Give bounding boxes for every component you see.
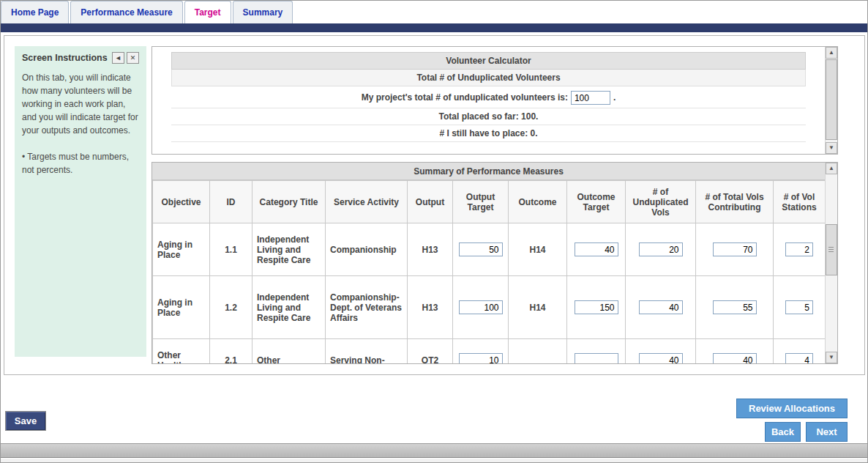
application-window: Home Page Performance Measure Target Sum…: [0, 0, 868, 463]
cell-category-title: Independent Living and Respite Care: [252, 276, 326, 339]
scroll-thumb-grip-icon: [828, 247, 834, 252]
screen-instructions-panel: Screen Instructions ◄ ✕ On this tab, you…: [15, 46, 146, 357]
cell-output: H13: [408, 276, 453, 339]
cell-category-title: Other: [252, 339, 326, 364]
left-arrow-icon: ◄: [115, 54, 121, 62]
instructions-prev-button[interactable]: ◄: [112, 52, 124, 64]
volunteer-calculator-content: Volunteer Calculator Total # of Unduplic…: [152, 47, 825, 154]
output-target-input[interactable]: [459, 242, 503, 256]
vol-stations-input[interactable]: [785, 353, 813, 363]
tab-performance-measure[interactable]: Performance Measure: [70, 1, 182, 23]
calculator-scrollbar[interactable]: ▲ ▼: [825, 47, 837, 154]
column-header-service-activity: Service Activity: [326, 181, 408, 223]
vol-stations-input[interactable]: [785, 242, 813, 256]
next-button[interactable]: Next: [806, 422, 848, 442]
cell-service-activity: Companionship: [326, 223, 408, 276]
instructions-note-text: • Targets must be numbers, not percents.: [22, 150, 139, 177]
table-row: Aging in Place 1.1 Independent Living an…: [153, 223, 826, 276]
cell-output: OT2: [408, 339, 453, 364]
unduplicated-vols-input[interactable]: [639, 300, 683, 314]
review-allocations-button[interactable]: Review Allocations: [736, 399, 848, 418]
cell-service-activity: Companionship-Dept. of Veterans Affairs: [326, 276, 408, 339]
total-placed-text: Total placed so far: 100.: [171, 108, 806, 125]
outcome-target-input[interactable]: [575, 300, 618, 314]
summary-scrollbar[interactable]: ▲ ▼: [825, 163, 837, 363]
tab-summary[interactable]: Summary: [233, 1, 293, 23]
calculator-scroll-thumb[interactable]: [826, 59, 837, 140]
cell-category-title: Independent Living and Respite Care: [252, 223, 326, 276]
cell-id: 1.1: [210, 223, 252, 276]
tab-home-page[interactable]: Home Page: [1, 1, 69, 23]
column-header-category-title: Category Title: [252, 181, 326, 223]
cell-id: 1.2: [210, 276, 252, 339]
window-bottom-strip: [1, 459, 867, 463]
vol-stations-input[interactable]: [785, 300, 813, 314]
content-frame: Screen Instructions ◄ ✕ On this tab, you…: [4, 35, 865, 375]
column-header-unduplicated-vols: # of Unduplicated Vols: [626, 181, 696, 223]
summary-scroll-down-button[interactable]: ▼: [826, 352, 837, 363]
column-header-id: ID: [210, 181, 252, 223]
calculator-scroll-down-button[interactable]: ▼: [826, 142, 837, 154]
output-target-input[interactable]: [459, 353, 503, 363]
screen-instructions-header: Screen Instructions ◄ ✕: [22, 52, 139, 64]
cell-objective: Other Healthy: [153, 339, 210, 364]
volunteer-calculator-panel: Volunteer Calculator Total # of Unduplic…: [151, 46, 838, 155]
still-to-place-text: # I still have to place: 0.: [171, 125, 806, 142]
performance-measures-table: Objective ID Category Title Service Acti…: [152, 180, 825, 363]
instructions-close-button[interactable]: ✕: [127, 52, 139, 64]
performance-measures-content: Summary of Performance Measures Objectiv…: [152, 163, 825, 363]
up-arrow-icon: ▲: [828, 165, 834, 171]
unduplicated-volunteers-label: My project's total # of unduplicated vol…: [362, 92, 568, 103]
back-button[interactable]: Back: [765, 422, 801, 442]
performance-measures-panel: Summary of Performance Measures Objectiv…: [151, 162, 838, 364]
total-vols-contributing-input[interactable]: [713, 300, 757, 314]
column-header-vol-stations: # of Vol Stations: [774, 181, 826, 223]
outcome-target-input[interactable]: [575, 242, 618, 256]
output-target-input[interactable]: [459, 300, 503, 314]
summary-scroll-thumb[interactable]: [826, 224, 837, 275]
status-bar: [1, 443, 867, 458]
cell-objective: Aging in Place: [153, 223, 210, 276]
cell-outcome: H14: [509, 223, 567, 276]
header-divider-bar: [1, 23, 867, 32]
column-header-outcome-target: Outcome Target: [567, 181, 626, 223]
total-vols-contributing-input[interactable]: [713, 353, 757, 363]
cell-output: H13: [408, 223, 453, 276]
table-row: Other Healthy 2.1 Other Serving Non- OT2: [153, 339, 826, 364]
column-header-outcome: Outcome: [509, 181, 567, 223]
down-arrow-icon: ▼: [828, 354, 834, 360]
table-header-row: Objective ID Category Title Service Acti…: [153, 181, 826, 223]
cell-id: 2.1: [210, 339, 252, 364]
unduplicated-volunteers-input[interactable]: [571, 91, 610, 105]
tab-bar: Home Page Performance Measure Target Sum…: [1, 1, 867, 23]
tab-target[interactable]: Target: [184, 1, 231, 23]
volunteer-calculator-title: Volunteer Calculator: [171, 52, 806, 70]
outcome-target-input[interactable]: [575, 353, 618, 363]
column-header-output: Output: [408, 181, 453, 223]
column-header-output-target: Output Target: [453, 181, 509, 223]
unduplicated-volunteers-row: My project's total # of unduplicated vol…: [171, 88, 806, 108]
screen-instructions-title: Screen Instructions: [22, 53, 110, 63]
close-icon: ✕: [130, 54, 136, 62]
cell-objective: Aging in Place: [153, 276, 210, 339]
summary-scroll-up-button[interactable]: ▲: [826, 163, 837, 174]
instructions-body-text: On this tab, you will indicate how many …: [22, 71, 139, 137]
up-arrow-icon: ▲: [828, 49, 834, 56]
calculator-scroll-up-button[interactable]: ▲: [826, 47, 837, 59]
cell-outcome: H14: [509, 276, 567, 339]
column-header-objective: Objective: [153, 181, 210, 223]
unduplicated-vols-input[interactable]: [639, 242, 683, 256]
column-header-total-vols-contributing: # of Total Vols Contributing: [696, 181, 774, 223]
cell-outcome: [509, 339, 567, 364]
save-button[interactable]: Save: [5, 411, 46, 431]
down-arrow-icon: ▼: [828, 144, 834, 151]
unduplicated-vols-input[interactable]: [639, 353, 683, 363]
table-row: Aging in Place 1.2 Independent Living an…: [153, 276, 826, 339]
performance-measures-title: Summary of Performance Measures: [152, 163, 825, 180]
volunteer-calculator-subtitle: Total # of Unduplicated Volunteers: [171, 70, 806, 86]
cell-service-activity: Serving Non-: [326, 339, 408, 364]
total-vols-contributing-input[interactable]: [713, 242, 757, 256]
sentence-period: .: [613, 92, 616, 103]
